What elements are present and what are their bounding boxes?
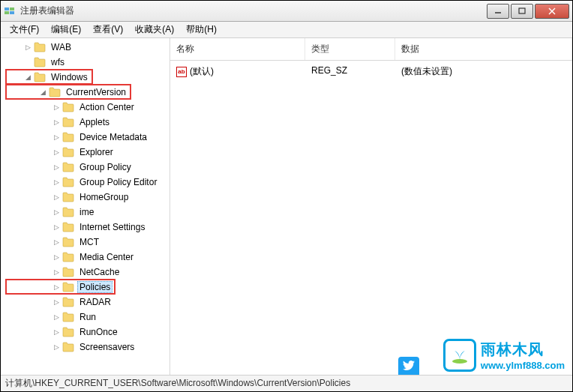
maximize-button[interactable] bbox=[511, 4, 533, 19]
window-controls bbox=[485, 4, 569, 19]
expander-icon[interactable]: ▷ bbox=[52, 163, 61, 171]
cell-type: REG_SZ bbox=[305, 64, 395, 79]
tree-item-label: Group Policy bbox=[77, 161, 134, 173]
tree-item-action-center[interactable]: ▷Action Center bbox=[1, 100, 170, 115]
tree-item-label: wfs bbox=[49, 56, 67, 68]
col-header-name[interactable]: 名称 bbox=[170, 38, 305, 60]
folder-icon bbox=[62, 192, 74, 202]
tree-item-label: RADAR bbox=[77, 296, 113, 308]
menu-help[interactable]: 帮助(H) bbox=[180, 22, 223, 37]
folder-icon bbox=[62, 312, 74, 322]
svg-rect-0 bbox=[4, 7, 9, 10]
tree-item-label: Internet Settings bbox=[77, 221, 147, 233]
expander-icon[interactable]: ▷ bbox=[52, 328, 61, 336]
folder-icon bbox=[34, 42, 46, 52]
folder-icon bbox=[62, 147, 74, 157]
cell-name: ab(默认) bbox=[170, 64, 305, 79]
list-header: 名称 类型 数据 bbox=[170, 38, 572, 61]
app-icon bbox=[4, 5, 16, 17]
expander-icon[interactable]: ▷ bbox=[52, 208, 61, 216]
tree-item-label: Screensavers bbox=[77, 341, 136, 353]
folder-icon bbox=[62, 327, 74, 337]
list-row[interactable]: ab(默认) REG_SZ (数值未设置) bbox=[170, 61, 572, 82]
expander-icon[interactable]: ◢ bbox=[23, 73, 32, 81]
tree-item-homegroup[interactable]: ▷HomeGroup bbox=[1, 190, 170, 205]
tree-item-label: Action Center bbox=[77, 101, 136, 113]
folder-icon bbox=[62, 222, 74, 232]
tree-item-label: CurrentVersion bbox=[64, 86, 128, 98]
tree-item-device-metadata[interactable]: ▷Device Metadata bbox=[1, 130, 170, 145]
expander-icon[interactable]: ▷ bbox=[52, 283, 61, 291]
tree-item-label: Device Metadata bbox=[77, 131, 149, 143]
tree-item-explorer[interactable]: ▷Explorer bbox=[1, 145, 170, 160]
tree-item-label: NetCache bbox=[77, 266, 122, 278]
svg-rect-2 bbox=[4, 11, 9, 14]
expander-icon[interactable]: ▷ bbox=[52, 103, 61, 111]
menubar: 文件(F) 编辑(E) 查看(V) 收藏夹(A) 帮助(H) bbox=[1, 22, 572, 38]
content-area: ▷WABwfs◢Windows◢CurrentVersion▷Action Ce… bbox=[1, 38, 572, 375]
expander-icon[interactable]: ▷ bbox=[52, 343, 61, 351]
statusbar-path: 计算机\HKEY_CURRENT_USER\Software\Microsoft… bbox=[5, 377, 350, 390]
expander-icon[interactable]: ▷ bbox=[52, 313, 61, 321]
tree-item-applets[interactable]: ▷Applets bbox=[1, 115, 170, 130]
tree-pane[interactable]: ▷WABwfs◢Windows◢CurrentVersion▷Action Ce… bbox=[1, 38, 170, 375]
tree-item-policies[interactable]: ▷Policies bbox=[1, 280, 170, 295]
tree-item-label: Group Policy Editor bbox=[77, 176, 159, 188]
menu-view[interactable]: 查看(V) bbox=[87, 22, 129, 37]
folder-icon bbox=[34, 72, 46, 82]
tree-item-label: WAB bbox=[49, 41, 74, 53]
expander-icon[interactable]: ▷ bbox=[52, 238, 61, 246]
folder-icon bbox=[62, 207, 74, 217]
tree-item-media-center[interactable]: ▷Media Center bbox=[1, 250, 170, 265]
menu-file[interactable]: 文件(F) bbox=[4, 22, 45, 37]
expander-icon[interactable]: ▷ bbox=[52, 253, 61, 261]
menu-favorites[interactable]: 收藏夹(A) bbox=[129, 22, 180, 37]
expander-icon[interactable]: ▷ bbox=[52, 268, 61, 276]
list-pane: 名称 类型 数据 ab(默认) REG_SZ (数值未设置) bbox=[170, 38, 572, 375]
tree-item-internet-settings[interactable]: ▷Internet Settings bbox=[1, 220, 170, 235]
folder-icon bbox=[62, 342, 74, 352]
tree-item-currentversion[interactable]: ◢CurrentVersion bbox=[1, 85, 170, 100]
tree-item-radar[interactable]: ▷RADAR bbox=[1, 295, 170, 310]
statusbar: 计算机\HKEY_CURRENT_USER\Software\Microsoft… bbox=[1, 375, 572, 391]
tree-item-group-policy[interactable]: ▷Group Policy bbox=[1, 160, 170, 175]
folder-icon bbox=[62, 252, 74, 262]
col-header-data[interactable]: 数据 bbox=[395, 38, 572, 60]
tree-item-wab[interactable]: ▷WAB bbox=[1, 40, 170, 55]
tree-item-netcache[interactable]: ▷NetCache bbox=[1, 265, 170, 280]
col-header-type[interactable]: 类型 bbox=[305, 38, 395, 60]
tree-item-label: Run bbox=[77, 311, 98, 323]
expander-icon[interactable]: ▷ bbox=[52, 133, 61, 141]
close-button[interactable] bbox=[535, 4, 569, 19]
expander-icon[interactable]: ▷ bbox=[52, 178, 61, 186]
tree-item-label: Windows bbox=[49, 71, 90, 83]
string-value-icon: ab bbox=[176, 67, 187, 77]
tree-item-group-policy-editor[interactable]: ▷Group Policy Editor bbox=[1, 175, 170, 190]
menu-edit[interactable]: 编辑(E) bbox=[45, 22, 87, 37]
folder-icon bbox=[62, 282, 74, 292]
svg-rect-5 bbox=[519, 8, 525, 13]
expander-icon[interactable]: ▷ bbox=[52, 193, 61, 201]
expander-icon[interactable]: ◢ bbox=[38, 88, 47, 96]
svg-rect-1 bbox=[10, 7, 14, 10]
folder-icon bbox=[49, 87, 61, 97]
tree-item-ime[interactable]: ▷ime bbox=[1, 205, 170, 220]
folder-icon bbox=[34, 57, 46, 67]
tree-item-label: MCT bbox=[77, 236, 101, 248]
tree-item-windows[interactable]: ◢Windows bbox=[1, 70, 170, 85]
tree-item-mct[interactable]: ▷MCT bbox=[1, 235, 170, 250]
expander-icon[interactable]: ▷ bbox=[52, 118, 61, 126]
folder-icon bbox=[62, 102, 74, 112]
tree-item-label: RunOnce bbox=[77, 326, 120, 338]
window-title: 注册表编辑器 bbox=[20, 4, 485, 17]
folder-icon bbox=[62, 162, 74, 172]
expander-icon[interactable]: ▷ bbox=[52, 148, 61, 156]
tree-item-run[interactable]: ▷Run bbox=[1, 310, 170, 325]
expander-icon[interactable]: ▷ bbox=[52, 223, 61, 231]
tree-item-wfs[interactable]: wfs bbox=[1, 55, 170, 70]
expander-icon[interactable]: ▷ bbox=[23, 43, 32, 51]
tree-item-runonce[interactable]: ▷RunOnce bbox=[1, 325, 170, 340]
expander-icon[interactable]: ▷ bbox=[52, 298, 61, 306]
minimize-button[interactable] bbox=[487, 4, 509, 19]
tree-item-screensavers[interactable]: ▷Screensavers bbox=[1, 340, 170, 355]
